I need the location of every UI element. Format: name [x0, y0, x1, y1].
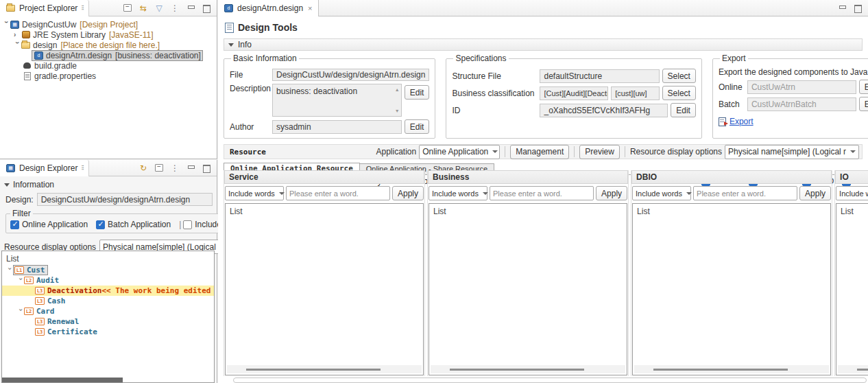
tree-item-design-file[interactable]: d designAtrn.design [business: deactivat… — [1, 50, 215, 60]
project-explorer-tab-label: Project Explorer — [19, 3, 77, 13]
expander-icon[interactable]: › — [14, 42, 21, 49]
maximize-icon[interactable] — [853, 3, 863, 13]
close-tab-icon[interactable]: × — [308, 4, 312, 12]
edit-description-button[interactable]: Edit — [405, 85, 430, 100]
scrollbar-thumb[interactable] — [246, 369, 381, 371]
expander-icon[interactable]: › — [3, 21, 10, 28]
maximize-icon[interactable] — [202, 163, 211, 173]
editor-tab-designatrn[interactable]: d designAtrn.design × — [218, 0, 319, 16]
information-section-header[interactable]: Information — [0, 176, 217, 192]
minimize-icon[interactable] — [186, 163, 195, 173]
expander-icon[interactable]: › — [14, 31, 21, 38]
dbio-list[interactable]: List — [632, 203, 831, 375]
apply-filter-button[interactable]: Apply — [392, 186, 424, 200]
collapse-all-icon[interactable] — [123, 3, 132, 13]
editor-horizontal-scrollbar[interactable] — [233, 378, 867, 383]
checkbox-icon[interactable] — [183, 220, 192, 229]
column-header: DBIO — [631, 170, 832, 184]
column-header: Service — [224, 170, 424, 184]
select-classification-button[interactable]: Select — [662, 86, 696, 100]
link-with-editor-icon[interactable]: ⇆ — [138, 3, 148, 13]
edit-batch-button[interactable]: Edit — [859, 97, 868, 111]
scrollbar-thumb[interactable] — [653, 369, 788, 371]
horizontal-scrollbar[interactable] — [838, 365, 868, 373]
edit-id-button[interactable]: Edit — [671, 103, 696, 117]
horizontal-scrollbar[interactable] — [431, 365, 625, 373]
management-button[interactable]: Management — [510, 145, 569, 159]
tree-item-project[interactable]: › ▦ DesignCustUw [Design Project] — [1, 19, 215, 30]
info-section-header[interactable]: Info — [224, 38, 863, 51]
level3-badge-icon: L3 — [35, 287, 45, 294]
expander-icon[interactable]: › — [17, 308, 25, 315]
tree-item-certificate[interactable]: L3 Certificate — [2, 327, 214, 337]
description-field: business: deactivation ▲ ▼ — [272, 84, 402, 117]
design-project-icon: ▦ — [10, 20, 20, 29]
view-menu-icon[interactable]: ⋮ — [170, 163, 180, 173]
tree-item-deactivation[interactable]: L3 Deactivation << The work being edited — [2, 286, 214, 296]
separator — [625, 146, 625, 157]
service-list[interactable]: List — [225, 203, 424, 375]
tree-item-cash[interactable]: L3 Cash — [2, 296, 214, 306]
level1-badge-icon: L1 — [14, 266, 24, 274]
filter-word-input[interactable] — [286, 186, 390, 200]
horizontal-scrollbar[interactable] — [634, 365, 829, 373]
online-application-checkbox[interactable]: Online Application — [10, 220, 88, 229]
design-resource-list[interactable]: List › L1 Cust › L2 Audit L3 Deactivatio… — [1, 251, 215, 383]
dbio-resource-column: DBIO Include words Apply List — [631, 170, 832, 376]
scrollbar-thumb[interactable] — [857, 369, 868, 371]
tree-item-card[interactable]: › L2 Card — [2, 306, 214, 316]
resource-display-options-select[interactable]: Physical name[simple] (Logical name) — [725, 145, 859, 159]
apply-filter-button[interactable]: Apply — [596, 186, 627, 200]
maximize-icon[interactable] — [202, 3, 211, 13]
project-explorer-tab[interactable]: Project Explorer ⫶⫶ — [0, 0, 89, 16]
project-explorer-view: Project Explorer ⫶⫶ ⇆ ▽ ⋮ › ▦ DesignCust… — [0, 0, 217, 159]
tree-item-cust[interactable]: › L1 Cust — [2, 265, 214, 275]
design-explorer-tab[interactable]: ▦ Design Explorer ⫶⫶ — [0, 160, 89, 176]
tree-item-build-gradle[interactable]: build.gradle — [1, 60, 215, 71]
chevron-down-icon — [686, 192, 692, 195]
filter-icon[interactable]: ▽ — [154, 3, 164, 13]
column-header: IO — [835, 170, 868, 184]
horizontal-scrollbar-thumb[interactable] — [2, 378, 123, 382]
scrollbar-thumb[interactable] — [450, 369, 584, 371]
checkbox-icon[interactable] — [96, 220, 105, 229]
minimize-icon[interactable] — [186, 3, 195, 13]
scroll-down-icon[interactable]: ▼ — [395, 108, 400, 113]
properties-file-icon — [22, 71, 32, 80]
edit-online-button[interactable]: Edit — [859, 80, 868, 94]
tree-item-design-folder[interactable]: › design [Place the design file here.] — [1, 40, 215, 50]
filter-mode-select[interactable]: Include words — [225, 186, 284, 200]
filter-mode-select[interactable]: Include words — [632, 186, 691, 200]
expander-icon[interactable]: › — [6, 267, 14, 274]
preview-button[interactable]: Preview — [579, 145, 620, 159]
checkbox-icon[interactable] — [10, 220, 19, 229]
filter-mode-select[interactable]: Include words — [836, 186, 868, 200]
filter-mode-select[interactable]: Include words — [429, 186, 487, 200]
tree-item-jre[interactable]: › JRE System Library [JavaSE-11] — [1, 30, 215, 40]
export-link[interactable]: Export — [730, 117, 754, 126]
edit-author-button[interactable]: Edit — [405, 119, 430, 134]
chevron-down-icon — [492, 150, 498, 153]
collapse-all-icon[interactable] — [154, 163, 164, 173]
select-structure-button[interactable]: Select — [662, 69, 696, 83]
level3-badge-icon: L3 — [35, 328, 45, 336]
io-list[interactable]: List — [836, 203, 868, 375]
tree-item-gradle-properties[interactable]: gradle.properties — [1, 71, 215, 81]
scroll-up-icon[interactable]: ▲ — [395, 87, 400, 92]
filter-word-input[interactable] — [693, 186, 797, 200]
horizontal-scrollbar[interactable] — [227, 365, 422, 373]
editor-area: d designAtrn.design × Design Tools Info … — [218, 0, 868, 383]
application-select[interactable]: Online Application — [419, 145, 500, 159]
minimize-icon[interactable] — [837, 3, 847, 13]
business-list[interactable]: List — [429, 203, 627, 375]
tree-item-renewal[interactable]: L3 Renewal — [2, 316, 214, 327]
apply-filter-button[interactable]: Apply — [799, 186, 831, 200]
tree-item-audit[interactable]: › L2 Audit — [2, 275, 214, 286]
refresh-icon[interactable]: ↻ — [138, 163, 148, 173]
batch-application-checkbox[interactable]: Batch Application — [96, 220, 171, 229]
expander-icon[interactable]: › — [17, 277, 25, 284]
io-resource-column: IO Include words Apply List — [834, 170, 868, 376]
view-menu-icon[interactable]: ⋮ — [170, 3, 180, 13]
filter-word-input[interactable] — [490, 186, 594, 200]
filter-group: Filter Online Application Batch Applicat… — [5, 209, 246, 233]
